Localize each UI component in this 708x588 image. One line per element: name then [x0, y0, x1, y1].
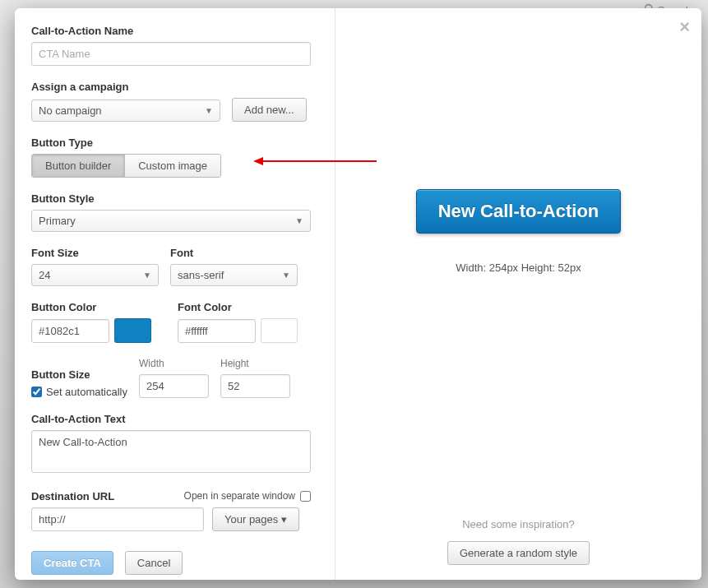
preview-dimensions: Width: 254px Height: 52px	[456, 262, 581, 274]
font-label: Font	[170, 247, 298, 259]
font-color-input[interactable]	[178, 319, 256, 343]
button-style-select[interactable]: Primary ▼	[31, 210, 311, 232]
cta-text-input[interactable]	[31, 430, 311, 473]
form-pane: Call-to-Action Name Assign a campaign No…	[15, 8, 335, 580]
generate-random-style-button[interactable]: Generate a random style	[447, 541, 590, 565]
create-cta-button[interactable]: Create CTA	[31, 551, 113, 575]
dest-url-input[interactable]	[31, 507, 204, 531]
set-automatically-checkbox[interactable]	[31, 387, 42, 397]
campaign-label: Assign a campaign	[31, 81, 318, 93]
cta-text-label: Call-to-Action Text	[31, 413, 318, 425]
button-color-swatch[interactable]	[114, 318, 151, 343]
button-style-label: Button Style	[31, 192, 318, 205]
preview-cta-button: New Call-to-Action	[416, 189, 622, 234]
chevron-down-icon: ▼	[205, 106, 213, 115]
add-new-campaign-button[interactable]: Add new...	[232, 98, 307, 122]
preview-pane: New Call-to-Action Width: 254px Height: …	[335, 8, 701, 580]
height-label: Height	[220, 358, 290, 369]
chevron-down-icon: ▼	[295, 216, 303, 225]
inspiration-text: Need some inspiration?	[462, 518, 575, 530]
font-size-label: Font Size	[31, 247, 159, 259]
button-style-value: Primary	[39, 215, 76, 227]
button-color-input[interactable]	[31, 319, 109, 343]
button-type-toggle: Button builder Custom image	[31, 154, 221, 178]
width-label: Width	[139, 358, 209, 369]
button-size-label: Button Size	[31, 368, 127, 381]
campaign-select[interactable]: No campaign ▼	[31, 100, 220, 122]
height-input[interactable]	[220, 374, 290, 398]
cancel-button[interactable]: Cancel	[125, 551, 183, 575]
seg-custom-image[interactable]: Custom image	[124, 155, 220, 177]
font-size-value: 24	[39, 269, 50, 281]
button-type-label: Button Type	[31, 137, 318, 149]
button-color-label: Button Color	[31, 301, 151, 313]
seg-button-builder[interactable]: Button builder	[32, 155, 124, 177]
open-window-checkbox[interactable]	[300, 491, 311, 502]
width-input[interactable]	[139, 374, 209, 398]
font-value: sans-serif	[178, 269, 224, 281]
cta-name-label: Call-to-Action Name	[31, 25, 318, 37]
font-color-swatch[interactable]	[261, 318, 298, 343]
font-select[interactable]: sans-serif ▼	[170, 264, 298, 286]
chevron-down-icon: ▼	[143, 271, 151, 280]
chevron-down-icon: ▼	[282, 271, 290, 280]
cta-name-input[interactable]	[31, 42, 311, 66]
campaign-value: No campaign	[39, 104, 102, 117]
set-automatically-label: Set automatically	[46, 386, 127, 398]
your-pages-button[interactable]: Your pages ▾	[212, 507, 299, 531]
font-size-select[interactable]: 24 ▼	[31, 264, 159, 286]
your-pages-label: Your pages	[224, 513, 278, 525]
cta-modal: × Call-to-Action Name Assign a campaign …	[15, 8, 701, 580]
font-color-label: Font Color	[178, 301, 298, 313]
chevron-down-icon: ▾	[281, 513, 287, 525]
open-window-label: Open in separate window	[184, 490, 295, 502]
